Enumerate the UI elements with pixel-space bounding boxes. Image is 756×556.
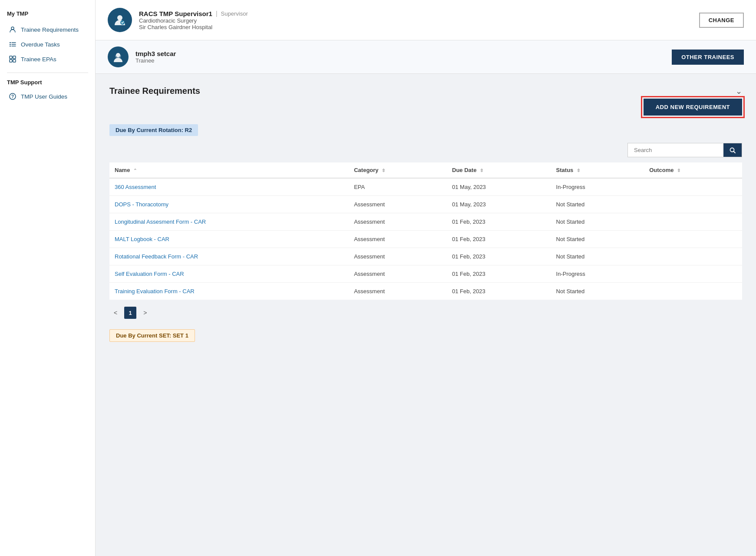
svg-text:?: ? (11, 94, 14, 99)
my-tmp-title: My TMP (7, 10, 88, 17)
change-button[interactable]: CHANGE (699, 13, 744, 28)
cell-name: Training Evaluation Form - CAR (109, 283, 349, 300)
svg-rect-8 (13, 56, 16, 59)
requirement-link[interactable]: 360 Assessment (115, 184, 156, 190)
next-page-button[interactable]: > (139, 308, 151, 318)
add-new-requirement-button[interactable]: ADD NEW REQUIREMENT (644, 99, 742, 116)
search-input[interactable] (628, 143, 723, 157)
col-outcome[interactable]: Outcome ⇳ (644, 162, 742, 178)
requirements-header: Trainee Requirements ⌄ (109, 86, 742, 96)
cell-due-date: 01 Feb, 2023 (447, 248, 551, 265)
search-button[interactable] (723, 143, 742, 157)
cell-name: MALT Logbook - CAR (109, 231, 349, 248)
cell-due-date: 01 Feb, 2023 (447, 283, 551, 300)
collapse-icon[interactable]: ⌄ (736, 86, 742, 96)
pagination: < 1 > (109, 307, 742, 319)
table-header-row: Name ⌃ Category ⇳ Due Date ⇳ Status ⇳ (109, 162, 742, 178)
person-icon (9, 26, 17, 33)
search-wrapper (627, 143, 742, 157)
cell-name: 360 Assessment (109, 178, 349, 196)
trainee-avatar (108, 46, 129, 67)
requirement-link[interactable]: MALT Logbook - CAR (115, 236, 169, 242)
cell-category: Assessment (349, 265, 447, 283)
cell-status: Not Started (551, 196, 644, 213)
main-content: RACS TMP Supervisor1 | Supervisor Cardio… (96, 0, 756, 556)
due-set-badge: Due By Current SET: SET 1 (109, 329, 195, 342)
cell-status: Not Started (551, 248, 644, 265)
grid-icon (9, 55, 17, 63)
cell-outcome (644, 178, 742, 196)
table-row: 360 AssessmentEPA01 May, 2023In-Progress (109, 178, 742, 196)
table-row: MALT Logbook - CARAssessment01 Feb, 2023… (109, 231, 742, 248)
tmp-support-title: TMP Support (7, 79, 88, 86)
col-name[interactable]: Name ⌃ (109, 162, 349, 178)
svg-line-17 (734, 151, 736, 153)
requirement-link[interactable]: Self Evaluation Form - CAR (115, 271, 184, 277)
prev-page-button[interactable]: < (109, 308, 122, 318)
supervisor-info: RACS TMP Supervisor1 | Supervisor Cardio… (139, 10, 692, 30)
supervisor-specialty: Cardiothoracic Surgery (139, 17, 692, 24)
table-row: Rotational Feedback Form - CARAssessment… (109, 248, 742, 265)
svg-rect-7 (10, 56, 12, 59)
table-row: Training Evaluation Form - CARAssessment… (109, 283, 742, 300)
current-page[interactable]: 1 (124, 307, 136, 319)
sort-icon-status: ⇳ (577, 168, 580, 173)
trainee-role: Trainee (135, 57, 665, 64)
sidebar-item-label: TMP User Guides (21, 93, 67, 100)
col-due-date[interactable]: Due Date ⇳ (447, 162, 551, 178)
supervisor-card: RACS TMP Supervisor1 | Supervisor Cardio… (96, 0, 756, 40)
cell-due-date: 01 May, 2023 (447, 178, 551, 196)
requirement-link[interactable]: DOPS - Thoracotomy (115, 201, 168, 208)
svg-rect-2 (10, 44, 11, 45)
cell-outcome (644, 231, 742, 248)
cell-category: Assessment (349, 196, 447, 213)
sidebar: My TMP Trainee Requirements Overdue Task… (0, 0, 96, 556)
requirement-link[interactable]: Rotational Feedback Form - CAR (115, 253, 198, 260)
cell-outcome (644, 196, 742, 213)
cell-name: Longitudinal Assesment Form - CAR (109, 213, 349, 231)
add-req-wrapper: ADD NEW REQUIREMENT (109, 99, 742, 116)
sort-icon-category: ⇳ (382, 168, 385, 173)
sidebar-item-trainee-requirements[interactable]: Trainee Requirements (7, 22, 88, 37)
trainee-info: tmph3 setcar Trainee (135, 50, 665, 64)
other-trainees-button[interactable]: OTHER TRAINEES (672, 50, 744, 65)
sidebar-item-overdue-tasks[interactable]: Overdue Tasks (7, 37, 88, 52)
cell-category: Assessment (349, 248, 447, 265)
svg-point-0 (11, 27, 14, 30)
separator: | (216, 10, 218, 17)
cell-status: In-Progress (551, 265, 644, 283)
cell-due-date: 01 Feb, 2023 (447, 231, 551, 248)
sidebar-item-label: Trainee Requirements (21, 26, 79, 33)
requirement-link[interactable]: Longitudinal Assesment Form - CAR (115, 218, 206, 225)
sort-icon-name: ⌃ (133, 168, 137, 173)
list-icon (9, 40, 17, 48)
col-status[interactable]: Status ⇳ (551, 162, 644, 178)
sidebar-item-tmp-user-guides[interactable]: ? TMP User Guides (7, 89, 88, 104)
requirement-link[interactable]: Training Evaluation Form - CAR (115, 288, 195, 295)
search-row (109, 143, 742, 157)
cell-outcome (644, 248, 742, 265)
table-row: Longitudinal Assesment Form - CARAssessm… (109, 213, 742, 231)
col-category[interactable]: Category ⇳ (349, 162, 447, 178)
trainee-card: tmph3 setcar Trainee OTHER TRAINEES (96, 40, 756, 74)
sidebar-item-label: Trainee EPAs (21, 56, 56, 63)
cell-due-date: 01 Feb, 2023 (447, 213, 551, 231)
cell-category: Assessment (349, 283, 447, 300)
question-icon: ? (9, 93, 17, 100)
cell-outcome (644, 213, 742, 231)
svg-rect-1 (10, 42, 11, 43)
cell-name: DOPS - Thoracotomy (109, 196, 349, 213)
cell-status: In-Progress (551, 178, 644, 196)
sidebar-item-label: Overdue Tasks (21, 41, 60, 48)
supervisor-role: Supervisor (221, 10, 248, 17)
table-row: Self Evaluation Form - CARAssessment01 F… (109, 265, 742, 283)
cell-name: Self Evaluation Form - CAR (109, 265, 349, 283)
cell-status: Not Started (551, 231, 644, 248)
cell-category: Assessment (349, 231, 447, 248)
sidebar-item-trainee-epas[interactable]: Trainee EPAs (7, 52, 88, 66)
sort-icon-outcome: ⇳ (677, 168, 680, 173)
cell-name: Rotational Feedback Form - CAR (109, 248, 349, 265)
table-row: DOPS - ThoracotomyAssessment01 May, 2023… (109, 196, 742, 213)
cell-outcome (644, 283, 742, 300)
sidebar-divider (7, 73, 88, 73)
